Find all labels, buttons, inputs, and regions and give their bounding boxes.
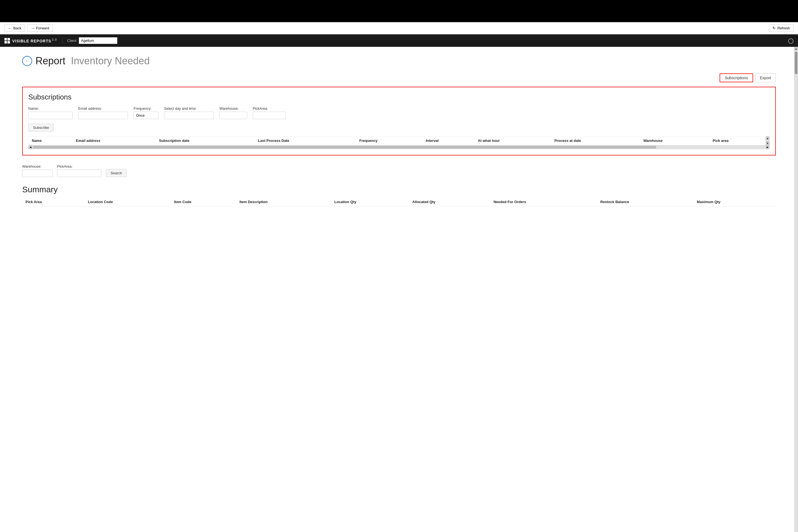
summary-col-pick-area: Pick Area: [22, 197, 84, 206]
client-label: Client: [67, 39, 76, 43]
forward-button[interactable]: → Forward: [27, 24, 53, 32]
warehouse-search-label: Warehouse:: [22, 164, 53, 169]
search-button[interactable]: Search: [106, 169, 127, 177]
user-icon[interactable]: ◯: [788, 38, 794, 44]
name-input[interactable]: [28, 112, 73, 119]
back-label: Back: [13, 26, 21, 30]
refresh-icon: ↻: [773, 26, 776, 30]
summary-col-item-desc: Item Description: [236, 197, 331, 206]
horizontal-scrollbar[interactable]: ◀ ▶: [28, 145, 770, 149]
col-process-date: Process at date: [551, 136, 640, 145]
col-warehouse: Warehouse: [640, 136, 709, 145]
col-sub-date: Subscription date: [156, 136, 255, 145]
summary-title: Summary: [22, 185, 776, 194]
col-interval: Interval: [422, 136, 475, 145]
name-label: Name:: [28, 107, 73, 111]
subscriptions-panel-title: Subscriptions: [28, 93, 770, 101]
summary-section: Summary Pick Area Location Code Item Cod…: [22, 185, 776, 206]
export-button[interactable]: Export: [755, 73, 776, 82]
warehouse-sub-label: Warehouse:: [220, 107, 247, 111]
summary-col-location-qty: Location Qty: [331, 197, 409, 206]
pickarea-sub-label: PickArea:: [253, 107, 286, 111]
pickarea-search-input[interactable]: [57, 170, 101, 177]
col-hour: At what hour: [474, 136, 551, 145]
back-circle-icon: ←: [25, 58, 30, 63]
client-input[interactable]: [79, 37, 117, 44]
pickarea-sub-input[interactable]: [253, 112, 286, 119]
subscriptions-table-container: Name Email address Subscription date Las…: [28, 136, 770, 149]
page-back-button[interactable]: ←: [22, 56, 32, 66]
search-section: Warehouse: PickArea: Search: [22, 164, 776, 177]
h-scroll-thumb: [33, 146, 656, 149]
brand-logo: [4, 38, 10, 43]
h-scroll-left[interactable]: ◀: [28, 145, 33, 149]
email-label: Email address:: [78, 107, 128, 111]
col-last-process: Last Process Date: [255, 136, 356, 145]
col-frequency: Frequency: [356, 136, 422, 145]
warehouse-sub-input[interactable]: [220, 112, 247, 119]
page-subtitle: Inventory Needed: [71, 55, 150, 67]
summary-col-needed-orders: Needed For Orders: [490, 197, 597, 206]
page-title: Report: [36, 55, 65, 67]
col-pick-area: Pick area: [709, 136, 770, 145]
v-scroll-up[interactable]: ▲: [765, 136, 770, 140]
subscriptions-button[interactable]: Subscriptions: [720, 73, 753, 82]
summary-col-allocated-qty: Allocated Qty: [409, 197, 490, 206]
page-scroll-thumb: [795, 52, 797, 74]
back-button[interactable]: ← Back: [4, 24, 25, 32]
vertical-scrollbar[interactable]: ▲ ▼: [765, 136, 770, 145]
subscriptions-panel: Subscriptions Name: Email address: Frequ…: [22, 87, 776, 155]
col-name: Name: [28, 136, 73, 145]
pickarea-search-label: PickArea:: [57, 164, 101, 169]
forward-label: Forward: [36, 26, 49, 30]
email-input[interactable]: [78, 112, 128, 119]
brand-name: VISIBLE REPORTS3.0: [12, 38, 57, 43]
subscribe-button[interactable]: Subscribe: [28, 124, 54, 132]
subscriptions-table-header: Name Email address Subscription date Las…: [28, 136, 770, 145]
refresh-button[interactable]: ↻ Refresh: [769, 24, 794, 32]
forward-arrow-icon: →: [31, 26, 34, 30]
v-scroll-down[interactable]: ▼: [765, 141, 770, 145]
summary-table-header: Pick Area Location Code Item Code Item D…: [22, 197, 776, 206]
frequency-label: Frequency:: [134, 107, 158, 111]
page-scroll-up[interactable]: ▲: [794, 47, 798, 51]
summary-col-max-qty: Maximum Qty: [694, 197, 776, 206]
refresh-label: Refresh: [777, 26, 790, 30]
h-scroll-right[interactable]: ▶: [765, 145, 770, 149]
datetime-input[interactable]: [164, 112, 214, 119]
frequency-input[interactable]: [134, 112, 158, 119]
page-vertical-scrollbar[interactable]: ▲ ▼: [794, 47, 798, 532]
col-email: Email address: [73, 136, 156, 145]
summary-col-restock-balance: Restock Balance: [597, 197, 694, 206]
summary-col-item-code: Item Code: [171, 197, 236, 206]
datetime-label: Select day and time:: [164, 107, 214, 111]
summary-col-location-code: Location Code: [84, 197, 171, 206]
back-arrow-icon: ←: [8, 26, 12, 30]
warehouse-search-input[interactable]: [22, 170, 53, 177]
subscription-form: Name: Email address: Frequency: Select d…: [28, 107, 770, 119]
